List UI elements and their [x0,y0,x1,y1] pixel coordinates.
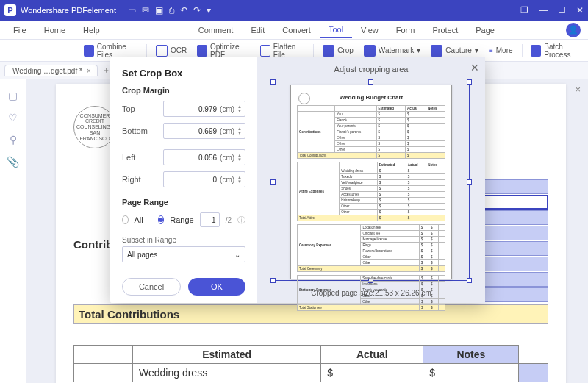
thumbnails-icon[interactable]: ▢ [8,90,18,101]
tab-close-icon[interactable]: × [87,67,91,75]
margin-right-label: Right [122,175,163,184]
crop-handle[interactable] [467,278,472,283]
qat-redo-icon[interactable]: ↷ [193,5,201,15]
menu-page[interactable]: Page [467,23,503,37]
preview-doc-title: Wedding Budget Chart [297,94,445,101]
margin-top-input[interactable]: 0.979(cm) ▲▼ [163,101,245,117]
range-all-label: All [135,215,143,224]
menu-view[interactable]: View [352,23,387,37]
range-all-radio[interactable] [122,215,129,224]
ok-button[interactable]: OK [188,278,245,296]
watermark-icon [364,45,376,57]
close-window-icon[interactable]: ✕ [576,5,584,15]
attachments-icon[interactable]: 📎 [7,156,19,168]
margin-right-input[interactable]: 0(cm) ▲▼ [163,171,245,187]
crop-handle[interactable] [467,79,472,85]
table-row: Wedding dress$$ [74,364,548,382]
menu-edit[interactable]: Edit [242,23,273,37]
window-controls: ❐ ― ☐ ✕ [520,5,584,15]
quick-access-toolbar: ▭ ✉ ▣ ⎙ ↶ ↷ ▾ [128,5,211,15]
menu-tool[interactable]: Tool [320,22,352,38]
margin-left-label: Left [122,153,163,162]
margin-right-row: Right 0(cm) ▲▼ [122,171,245,187]
range-value-input[interactable]: 1 [200,212,220,227]
crop-handle[interactable] [368,79,373,85]
crop-handle[interactable] [270,79,276,85]
cancel-button[interactable]: Cancel [122,278,181,296]
restore-down-icon[interactable]: ❐ [520,5,528,15]
dialog-buttons: Cancel OK [122,278,245,296]
dialog-title: Set Crop Box [122,68,245,79]
margin-top-label: Top [122,104,163,113]
margin-left-input[interactable]: 0.056(cm) ▲▼ [163,149,245,165]
combine-icon [84,45,94,57]
tool-batch-process[interactable]: Batch Process [528,40,588,61]
preview-page: Wedding Budget Chart EstimatedActualNote… [290,85,452,279]
search-icon[interactable]: ⚲ [10,134,17,146]
qat-open-icon[interactable]: ▭ [128,5,136,15]
app-name: Wondershare PDFelement [21,6,116,15]
crop-margin-heading: Crop Margin [122,86,245,95]
info-icon[interactable]: ⓘ [237,215,245,226]
crop-dialog: Set Crop Box Crop Margin Top 0.979(cm) ▲… [110,57,485,303]
menu-comment[interactable]: Comment [190,23,243,37]
margin-bottom-input[interactable]: 0.699(cm) ▲▼ [163,123,245,139]
qat-mail-icon[interactable]: ▣ [155,5,163,15]
spinner-icon[interactable]: ▲▼ [237,175,242,184]
tool-watermark[interactable]: Watermark▾ [361,43,424,59]
qat-print-icon[interactable]: ⎙ [169,5,174,15]
page-range-heading: Page Range [122,198,245,207]
bookmarks-icon[interactable]: ♡ [8,112,18,124]
dialog-close-icon[interactable]: ✕ [470,62,479,74]
qat-more-icon[interactable]: ▾ [207,5,211,15]
menu-help[interactable]: Help [74,23,109,37]
subset-dropdown[interactable]: All pages⌄ [122,246,245,262]
user-avatar-icon[interactable]: 👤 [566,23,581,37]
add-tab-icon[interactable]: ＋ [102,65,110,76]
qat-undo-icon[interactable]: ↶ [180,5,187,15]
preview-ceremony-table: Ceremony ExpensesLocation fee$$ Offician… [297,224,445,272]
range-total-label: /2 [226,216,232,224]
spinner-icon[interactable]: ▲▼ [237,153,242,162]
page-attire-table: EstimatedActualNotes Wedding dress$$ [74,345,548,382]
tool-capture[interactable]: Capture▾ [428,43,481,59]
tool-more[interactable]: ≡More [486,44,516,57]
preview-logo-icon [298,93,310,104]
flatten-icon [260,45,270,57]
menu-protect[interactable]: Protect [423,23,467,37]
crop-dialog-settings-panel: Set Crop Box Crop Margin Top 0.979(cm) ▲… [110,57,257,303]
title-bar: P Wondershare PDFelement ▭ ✉ ▣ ⎙ ↶ ↷ ▾ ❐… [0,0,588,21]
spinner-icon[interactable]: ▲▼ [237,104,242,113]
range-range-radio[interactable] [158,215,165,224]
margin-left-row: Left 0.056(cm) ▲▼ [122,149,245,165]
chevron-down-icon: ⌄ [234,251,240,259]
crop-handle[interactable] [467,179,472,185]
menu-convert[interactable]: Convert [273,23,320,37]
document-tab[interactable]: Wedding …dget.pdf * × [4,65,98,76]
subset-label: Subset in Range [122,236,245,244]
page-range-controls: All Range 1 /2 ⓘ [122,212,245,227]
menu-home[interactable]: Home [35,23,74,37]
spinner-icon[interactable]: ▲▼ [237,126,242,135]
left-sidebar: ▢ ♡ ⚲ 📎 [0,79,26,383]
menu-form[interactable]: Form [387,23,424,37]
menu-file[interactable]: File [4,23,35,37]
crop-dialog-preview-panel: ✕ Adjust cropping area Wedding Budget Ch… [257,57,485,303]
preview-attire-table: EstimatedActualNotes Attire ExpensesWedd… [297,162,445,221]
preview-heading: Adjust cropping area [268,65,475,74]
tool-ocr[interactable]: OCR [153,43,190,59]
range-range-label: Range [170,215,193,224]
preview-crop-area[interactable]: Wedding Budget Chart EstimatedActualNote… [268,78,475,286]
viewport-close-icon[interactable]: × [575,84,581,95]
margin-bottom-row: Bottom 0.699(cm) ▲▼ [122,123,245,139]
maximize-icon[interactable]: ☐ [558,5,566,15]
crop-handle[interactable] [270,278,276,283]
margin-bottom-label: Bottom [122,126,163,135]
minimize-icon[interactable]: ― [539,5,548,15]
qat-save-icon[interactable]: ✉ [142,5,149,15]
preview-stationery-table: Stationery ExpensesSave-the-date cards$$… [297,275,445,311]
preview-contrib-table: EstimatedActualNotes ContributionsYou$$ … [297,105,445,159]
tool-crop[interactable]: Crop [320,43,356,59]
crop-icon [323,45,334,57]
crop-handle[interactable] [270,179,276,185]
